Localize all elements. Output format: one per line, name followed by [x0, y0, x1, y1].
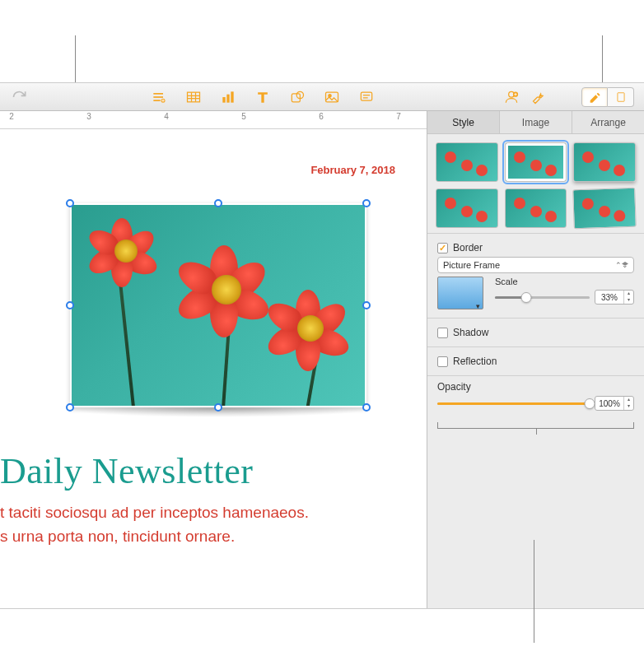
selection-handle-tm[interactable] [214, 199, 222, 207]
text-icon[interactable] [253, 87, 273, 107]
scale-stepper[interactable]: 33% ▴▾ [595, 290, 634, 305]
format-inspector-button[interactable] [581, 87, 608, 107]
document-title: Daily Newsletter [0, 450, 253, 492]
toolbar [0, 83, 644, 111]
selection-handle-mr[interactable] [362, 301, 371, 309]
style-preset[interactable] [573, 188, 637, 230]
svg-rect-6 [226, 94, 229, 102]
callout-line-top-right [602, 35, 603, 85]
insert-page-icon[interactable] [149, 87, 169, 107]
style-preset[interactable] [505, 142, 567, 182]
svg-rect-15 [617, 92, 623, 101]
shape-icon[interactable] [287, 87, 307, 107]
selection-handle-br[interactable] [362, 403, 371, 412]
body-line: t taciti sociosqu ad per inceptos hamena… [0, 501, 309, 525]
reflection-checkbox[interactable] [437, 356, 448, 367]
callout-bracket [437, 422, 634, 429]
format-inspector: Style Image Arrange Border Pi [427, 111, 644, 608]
ruler-label: 4 [164, 112, 169, 121]
selected-image[interactable] [70, 203, 366, 407]
comment-icon[interactable] [357, 87, 376, 107]
frame-preview[interactable] [437, 277, 483, 309]
opacity-value: 100% [595, 399, 623, 408]
border-type-select[interactable]: Picture Frame ⌃⌄ [437, 257, 634, 273]
border-label: Border [453, 242, 483, 253]
reflection-section: Reflection [427, 346, 644, 375]
document-date: February 7, 2018 [310, 164, 395, 176]
selection-handle-tr[interactable] [362, 199, 371, 207]
border-checkbox[interactable] [437, 243, 448, 253]
flower-icon [276, 294, 347, 365]
main-area: 2 3 4 5 6 7 February 7, 2018 [0, 111, 644, 608]
reflection-label: Reflection [453, 356, 497, 367]
document-canvas[interactable]: February 7, 2018 [0, 129, 427, 608]
redo-icon[interactable] [10, 87, 30, 107]
svg-rect-0 [153, 93, 163, 95]
ruler[interactable]: 2 3 4 5 6 7 [0, 111, 427, 129]
callout-line-bottom [534, 540, 534, 643]
shadow-checkbox[interactable] [437, 328, 448, 338]
ruler-label: 2 [9, 112, 14, 121]
collaborate-icon[interactable] [502, 87, 521, 107]
svg-rect-5 [222, 97, 225, 103]
selection-handle-bm[interactable] [214, 403, 222, 412]
tab-image[interactable]: Image [500, 111, 572, 133]
opacity-section: Opacity 100% ▴▾ [427, 375, 644, 419]
style-preset[interactable] [573, 142, 636, 182]
tab-arrange[interactable]: Arrange [572, 111, 644, 133]
selection-handle-bl[interactable] [66, 403, 74, 412]
style-presets [427, 134, 644, 233]
canvas-column: 2 3 4 5 6 7 February 7, 2018 [0, 111, 427, 608]
scale-value: 33% [595, 293, 623, 302]
body-line: s urna porta non, tincidunt ornare. [0, 525, 309, 549]
scale-slider[interactable] [495, 296, 590, 299]
opacity-label: Opacity [437, 381, 634, 393]
chart-icon[interactable] [218, 87, 238, 107]
shadow-section: Shadow [427, 318, 644, 346]
media-icon[interactable] [322, 87, 342, 107]
style-preset[interactable] [505, 188, 567, 228]
shadow-label: Shadow [453, 327, 488, 338]
border-section: Border Picture Frame ⌃⌄ Scale [427, 233, 644, 318]
ruler-label: 5 [241, 112, 246, 121]
selection-handle-ml[interactable] [66, 301, 74, 309]
table-icon[interactable] [184, 87, 203, 107]
selection-handle-tl[interactable] [66, 199, 74, 207]
ruler-label: 7 [396, 112, 401, 121]
svg-rect-12 [361, 92, 371, 100]
svg-rect-1 [153, 96, 163, 98]
opacity-slider[interactable] [437, 402, 590, 405]
tools-icon[interactable] [530, 87, 549, 107]
svg-rect-2 [153, 100, 160, 101]
inspector-toggle [581, 87, 634, 107]
opacity-stepper[interactable]: 100% ▴▾ [595, 396, 634, 411]
document-inspector-button[interactable] [608, 87, 634, 107]
style-preset[interactable] [436, 142, 498, 182]
svg-rect-4 [188, 92, 200, 102]
style-preset[interactable] [436, 188, 498, 228]
scale-label: Scale [495, 277, 634, 286]
svg-rect-7 [231, 91, 233, 102]
tab-style[interactable]: Style [427, 111, 500, 133]
app-window: 2 3 4 5 6 7 February 7, 2018 [0, 82, 644, 609]
flower-icon [187, 250, 266, 329]
border-type-value: Picture Frame [443, 260, 500, 270]
document-body: t taciti sociosqu ad per inceptos hamena… [0, 501, 309, 548]
flower-icon [96, 221, 156, 281]
image-content [70, 203, 366, 407]
ruler-label: 3 [86, 112, 91, 121]
inspector-tabs: Style Image Arrange [427, 111, 644, 134]
ruler-label: 6 [319, 112, 324, 121]
